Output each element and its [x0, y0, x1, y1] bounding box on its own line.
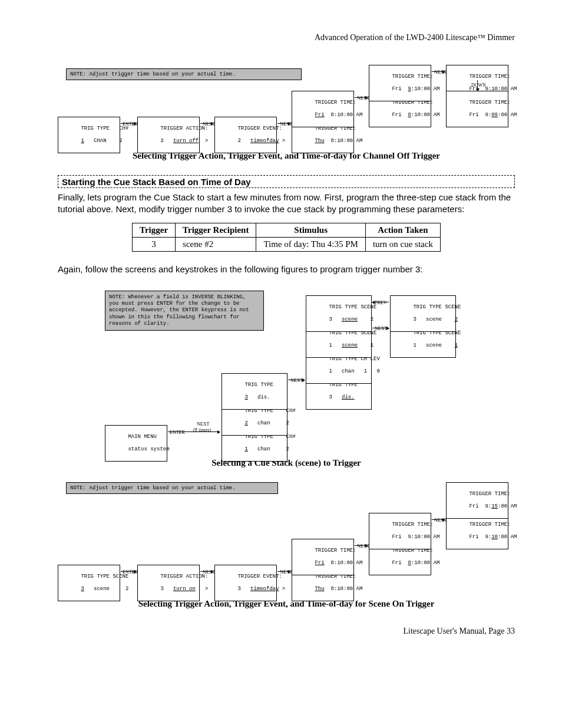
lcd-event: TRIGGER EVENT: 2 timeofday > [214, 117, 277, 153]
diagram-scene-on: NOTE: Adjust trigger time based on your … [58, 482, 515, 588]
th-action: Action Taken [365, 223, 440, 237]
diagram-cue-stack: NOTE: Whenever a field is INVERSE BLINKI… [58, 282, 515, 447]
lcd-trigscene: TRIG TYPE SCENE 3 scene 2 [58, 565, 120, 601]
note-box: NOTE: Whenever a field is INVERSE BLINKI… [105, 291, 264, 331]
section-header: Starting the Cue Stack Based on Time of … [58, 175, 515, 188]
lcd-time-fri9a: TRIGGER TIME: Fri 9:10:00 AM [369, 65, 431, 101]
page-footer: Litescape User's Manual, Page 33 [58, 627, 515, 636]
lcd-time-fri1: TRIGGER TIME: Fri 8:10:00 AM [292, 539, 354, 575]
key-next: NEXT [197, 421, 209, 427]
key-next-times: (8 times) [193, 427, 211, 433]
lcd-time-fri1: TRIGGER TIME: Fri 8:10:00 AM [292, 91, 354, 127]
lcd-action: TRIGGER ACTION: 2 turn off > [137, 117, 200, 153]
th-stimulus: Stimulus [256, 223, 365, 237]
note-box: NOTE: Adjust trigger time based on your … [66, 482, 278, 494]
key-down: DOWN [471, 83, 486, 88]
key-next: NEXT [375, 326, 387, 331]
lcd-event: TRIGGER EVENT: 3 timeofday > [214, 565, 277, 601]
key-enter: ENTER [170, 430, 185, 435]
lcd-trigtype: TRIG TYPE CH# 1 CHAN 2 [58, 117, 120, 153]
para-1: Finally, lets program the Cue Stack to s… [58, 192, 515, 216]
page-header: Advanced Operation of the LWD-2400 Lites… [58, 33, 515, 42]
caption-1: Selecting Trigger Action, Trigger Event,… [58, 151, 515, 161]
note-box: NOTE: Adjust trigger time based on your … [66, 68, 302, 80]
lcd-main-menu: MAIN MENU status system [105, 425, 167, 462]
lcd-scene3a: TRIG TYPE SCENE 3 scene 2 [306, 295, 372, 332]
lcd-time-fri9a: TRIGGER TIME: Fri 9:10:00 AM [369, 513, 431, 549]
lcd-t3a: TRIG TYPE 3 dis. [222, 373, 287, 410]
caption-3: Selecting Trigger Action, Trigger Event,… [58, 599, 515, 609]
key-next: NEXT [290, 378, 303, 383]
lcd-action: TRIGGER ACTION: 3 turn on > [137, 565, 200, 601]
th-recipient: Trigger Recipient [176, 223, 256, 237]
diagram-channel-off: NOTE: Adjust trigger time based on your … [58, 64, 515, 140]
lcd-scene3b: TRIG TYPE SCENE 3 scene 2 [390, 295, 456, 332]
table-row: 3 scene #2 Time of day: Thu 4:35 PM turn… [133, 237, 441, 251]
lcd-time-fri909: TRIGGER TIME: Fri 9:09:00 AM [446, 91, 508, 127]
lcd-time-fri915: TRIGGER TIME: Fri 9:15:00 AM [446, 482, 508, 519]
trigger-table: Trigger Trigger Recipient Stimulus Actio… [132, 223, 441, 252]
th-trigger: Trigger [133, 223, 176, 237]
para-2: Again, follow the screens and keystrokes… [58, 263, 515, 275]
